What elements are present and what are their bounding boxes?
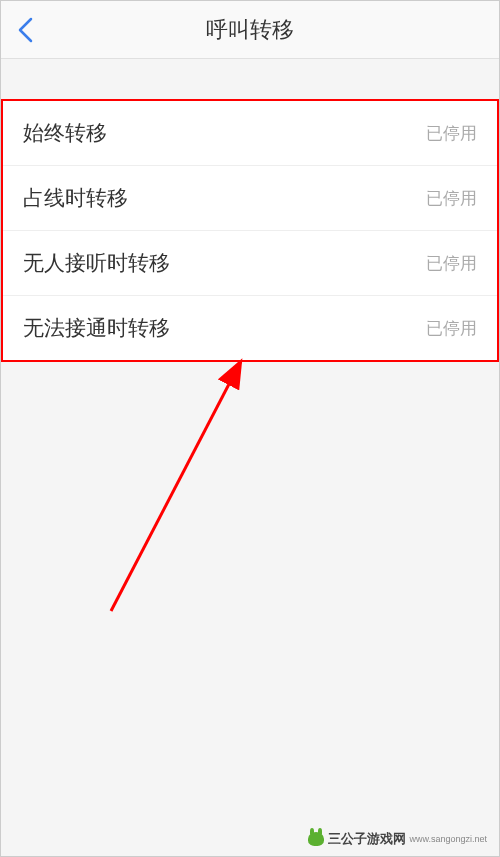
watermark: 三公子游戏网 www.sangongzi.net <box>308 830 487 848</box>
setting-status: 已停用 <box>426 317 477 340</box>
svg-line-1 <box>111 361 241 611</box>
page-title: 呼叫转移 <box>206 15 294 45</box>
call-forwarding-group: 始终转移 已停用 占线时转移 已停用 无人接听时转移 已停用 无法接通时转移 已… <box>1 99 499 362</box>
setting-status: 已停用 <box>426 187 477 210</box>
header: 呼叫转移 <box>1 1 499 59</box>
always-forward-row[interactable]: 始终转移 已停用 <box>3 101 497 166</box>
busy-forward-row[interactable]: 占线时转移 已停用 <box>3 166 497 231</box>
setting-label: 始终转移 <box>23 119 107 147</box>
watermark-text: 三公子游戏网 <box>328 830 406 848</box>
setting-label: 无法接通时转移 <box>23 314 170 342</box>
unreachable-forward-row[interactable]: 无法接通时转移 已停用 <box>3 296 497 360</box>
setting-status: 已停用 <box>426 122 477 145</box>
chevron-left-icon <box>17 17 33 43</box>
setting-label: 占线时转移 <box>23 184 128 212</box>
watermark-url: www.sangongzi.net <box>409 834 487 844</box>
setting-status: 已停用 <box>426 252 477 275</box>
back-button[interactable] <box>17 17 33 43</box>
arrow-annotation <box>91 351 271 621</box>
setting-label: 无人接听时转移 <box>23 249 170 277</box>
no-answer-forward-row[interactable]: 无人接听时转移 已停用 <box>3 231 497 296</box>
watermark-logo-icon <box>308 832 324 846</box>
